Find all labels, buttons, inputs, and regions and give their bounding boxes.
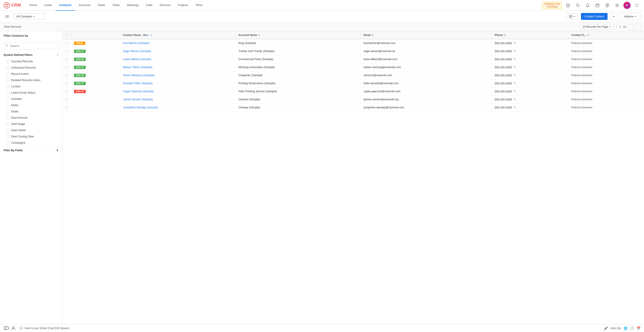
row-select-checkbox[interactable] [65, 74, 68, 77]
filter-checkbox[interactable] [6, 110, 10, 113]
settings-icon-btn[interactable] [614, 2, 621, 9]
nav-calls[interactable]: Calls [142, 0, 156, 11]
row-select-checkbox[interactable] [65, 41, 68, 45]
row-select-checkbox[interactable] [65, 82, 68, 85]
calendar-bottom-icon[interactable]: 📅 [636, 327, 640, 330]
filter-search-box[interactable] [3, 42, 60, 49]
create-contact-button[interactable]: Create Contact [581, 13, 608, 20]
contact-name-link[interactable]: Kris Marrier (Sample) [123, 41, 150, 45]
filter-deal-stage[interactable]: Deal Stage [0, 121, 62, 127]
activity-badge[interactable]: AUG 27 [74, 66, 86, 69]
activity-badge[interactable]: AUG 24 [74, 74, 86, 77]
next-page-button[interactable]: › [635, 24, 640, 29]
th-contact-name-filter[interactable]: All ▾ [142, 34, 149, 37]
clock-icon[interactable]: 🕐 [630, 327, 634, 330]
prev-page-button[interactable]: ‹ [628, 24, 633, 29]
filter-checkbox[interactable] [6, 60, 10, 63]
select-all-checkbox[interactable] [65, 33, 68, 37]
records-per-page-dropdown[interactable]: 10 Records Per Page [580, 24, 614, 29]
size-selector-button[interactable] [566, 13, 578, 20]
contact-name-link[interactable]: Mitsue Tollner (Sample) [123, 66, 152, 69]
row-select-checkbox[interactable] [65, 58, 68, 61]
contact-name-link[interactable]: Capla Paprocki (Sample) [123, 90, 154, 93]
owner-sort-icon[interactable]: ⇅ [587, 34, 589, 36]
filter-checkbox[interactable] [6, 97, 10, 100]
nav-tasks[interactable]: Tasks [109, 0, 123, 11]
row-select-checkbox[interactable] [65, 106, 68, 109]
contact-name-sort-icon[interactable]: ⇅ [150, 34, 152, 36]
activity-badge[interactable]: AUG 27 [74, 50, 86, 53]
filter-checkbox[interactable] [6, 79, 10, 82]
system-filters-header[interactable]: System Defined Filters ▼ [0, 52, 62, 58]
filter-campaigns[interactable]: Campaigns [0, 140, 62, 146]
th-account-name[interactable]: Account Name ⇅ [236, 31, 361, 39]
activity-badge[interactable]: AUG 27 [74, 82, 86, 85]
notifications-icon-btn[interactable] [584, 2, 591, 9]
contacts-bottom-icon[interactable] [11, 326, 16, 331]
contacts-filter-dropdown[interactable]: All Contacts [14, 13, 45, 20]
logo-area[interactable]: CRM [4, 2, 21, 8]
filter-deal-amount[interactable]: Deal Amount [0, 115, 62, 121]
filter-latest-email[interactable]: Latest Email Status [0, 90, 62, 96]
calendar-icon-btn[interactable] [594, 2, 601, 9]
filter-checkbox[interactable] [6, 116, 10, 119]
filter-deal-owner[interactable]: Deal Owner [0, 127, 62, 133]
filter-checkbox[interactable] [6, 85, 10, 88]
filter-deal-closing-date[interactable]: Deal Closing Date [0, 133, 62, 140]
nav-contacts[interactable]: Contacts [56, 0, 75, 11]
email-sort-icon[interactable]: ⇅ [372, 34, 374, 36]
user-avatar[interactable]: P [624, 2, 630, 9]
filter-checkbox[interactable] [6, 122, 10, 126]
filter-checkbox[interactable] [6, 129, 10, 132]
nav-deals[interactable]: Deals [94, 0, 109, 11]
filter-locked[interactable]: Locked [0, 83, 62, 90]
th-email[interactable]: Email ⇅ [361, 31, 492, 39]
filter-deals[interactable]: Deals [0, 108, 62, 115]
filter-checkbox[interactable] [6, 91, 10, 94]
filter-activities[interactable]: Activities [0, 96, 62, 102]
filter-record-action[interactable]: Record Action [0, 71, 62, 77]
contact-name-link[interactable]: Sage Wieser (Sample) [123, 50, 151, 53]
mic-icon[interactable]: 🎤 [604, 327, 608, 330]
row-select-checkbox[interactable] [65, 90, 68, 93]
filter-checkbox[interactable] [6, 104, 10, 107]
filter-touched-records[interactable]: Touched Records [0, 58, 62, 64]
contact-name-link[interactable]: Donette Foller (Sample) [123, 82, 153, 85]
nav-meetings[interactable]: Meetings [124, 0, 142, 11]
filter-related-records[interactable]: Related Records Action [0, 77, 62, 83]
contact-name-link[interactable]: James Venere (Sample) [123, 98, 153, 101]
filter-untouched-records[interactable]: Untouched Records [0, 64, 62, 71]
nav-services[interactable]: Services [156, 0, 174, 11]
th-contact-owner[interactable]: Contact O... ⇅ [568, 31, 644, 39]
nav-home[interactable]: Home [26, 0, 40, 11]
activity-badge[interactable]: TODAY [74, 41, 85, 45]
row-select-checkbox[interactable] [65, 98, 68, 101]
nav-projects[interactable]: Projects [174, 0, 192, 11]
enterprise-badge[interactable]: Enterprise-Trial UPGRADE [542, 2, 562, 9]
nav-accounts[interactable]: Accounts [75, 0, 94, 11]
row-select-checkbox[interactable] [65, 50, 68, 53]
account-name-sort-icon[interactable]: ⇅ [258, 34, 260, 36]
phone-sort-icon[interactable]: ⇅ [504, 34, 506, 36]
activity-badge[interactable]: AUG 23 [74, 90, 86, 93]
filter-checkbox[interactable] [6, 135, 10, 138]
contact-name-link[interactable]: Leota Dilliard (Sample) [123, 58, 152, 61]
search-icon-btn[interactable] [574, 2, 582, 9]
globe-icon[interactable]: 🌐 [624, 327, 628, 330]
nav-other[interactable]: Other [192, 0, 206, 11]
filter-checkbox[interactable] [6, 141, 10, 144]
contact-name-link[interactable]: Josephine Darakjy (Sample) [123, 106, 158, 109]
filter-notes[interactable]: Notes [0, 102, 62, 108]
more-options-button[interactable] [610, 13, 618, 20]
contact-name-link[interactable]: Simon Morasca (Sample) [123, 74, 154, 77]
th-contact-name[interactable]: Contact Name All ▾ ⇅ [120, 31, 236, 39]
create-icon-btn[interactable] [564, 2, 572, 9]
th-phone[interactable]: Phone ⇅ [492, 31, 568, 39]
actions-button[interactable]: Actions [620, 13, 640, 20]
row-select-checkbox[interactable] [65, 66, 68, 69]
chats-icon[interactable] [4, 326, 9, 331]
nav-leads[interactable]: Leads [40, 0, 56, 11]
filter-toggle-icon[interactable] [4, 13, 11, 20]
files-icon-btn[interactable] [604, 2, 611, 9]
filter-checkbox[interactable] [6, 72, 10, 75]
